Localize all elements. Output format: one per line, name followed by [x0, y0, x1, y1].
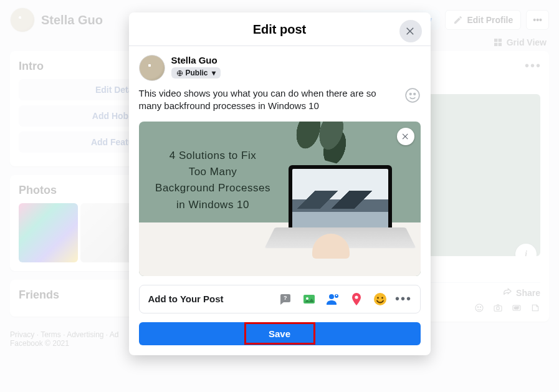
location-icon[interactable]	[349, 292, 364, 307]
feeling-icon[interactable]	[373, 292, 388, 307]
svg-point-19	[381, 297, 383, 299]
emoji-picker-icon[interactable]	[404, 87, 421, 103]
caret-down-icon: ▾	[212, 69, 216, 77]
modal-header: Edit post	[129, 12, 431, 46]
svg-point-18	[377, 297, 379, 299]
edit-post-modal: Edit post Stella Guo Public ▾ This video…	[129, 12, 431, 355]
compose-area: This video shows you what you can do whe…	[139, 87, 421, 113]
svg-point-14	[329, 294, 334, 299]
save-button[interactable]: Save	[139, 322, 421, 345]
author-avatar[interactable]	[139, 55, 165, 81]
svg-point-13	[306, 297, 308, 300]
close-icon	[405, 26, 416, 37]
thumbnail-scene: 4 Solutions to Fix Too Many Background P…	[139, 122, 421, 276]
svg-point-17	[374, 293, 386, 305]
svg-point-10	[413, 93, 415, 95]
post-text-input[interactable]: This video shows you what you can do whe…	[139, 87, 399, 113]
tag-person-icon[interactable]	[325, 292, 340, 307]
photo-icon[interactable]	[302, 292, 317, 307]
post-author-row: Stella Guo Public ▾	[139, 55, 421, 81]
more-icon[interactable]: •••	[396, 292, 411, 307]
modal-body: Stella Guo Public ▾ This video shows you…	[129, 46, 431, 355]
add-to-post-label: Add to Your Post	[148, 294, 224, 304]
modal-title: Edit post	[129, 22, 431, 37]
svg-point-9	[409, 93, 411, 95]
close-button[interactable]	[399, 20, 422, 42]
speech-bubble-icon[interactable]: ?	[278, 292, 293, 307]
svg-point-8	[406, 88, 419, 102]
privacy-label: Public	[186, 69, 208, 77]
globe-icon	[176, 70, 183, 77]
save-label: Save	[269, 328, 290, 339]
close-icon	[401, 132, 410, 141]
privacy-selector[interactable]: Public ▾	[171, 67, 221, 79]
add-to-post-bar: Add to Your Post ? •••	[139, 285, 421, 313]
svg-point-16	[355, 295, 358, 299]
attached-media[interactable]: 4 Solutions to Fix Too Many Background P…	[139, 122, 421, 276]
author-name: Stella Guo	[171, 55, 221, 65]
thumbnail-caption: 4 Solutions to Fix Too Many Background P…	[148, 148, 279, 213]
svg-text:?: ?	[284, 295, 287, 301]
remove-attachment-button[interactable]	[397, 128, 414, 145]
